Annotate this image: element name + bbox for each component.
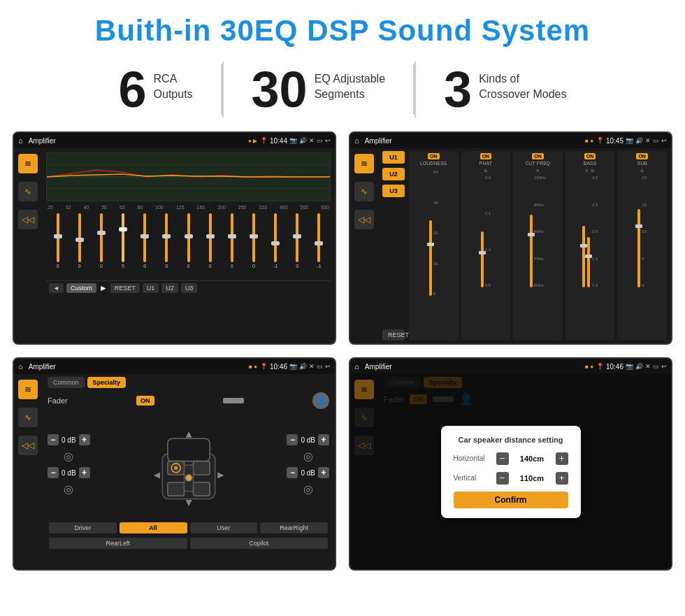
- close-icon-eq[interactable]: ✕: [309, 137, 315, 144]
- fader-rearright-btn[interactable]: RearRight: [260, 522, 328, 533]
- camera-icon-cross: 📷: [626, 137, 633, 144]
- loudness-on-badge[interactable]: ON: [428, 153, 440, 159]
- cross-sidebar-btn-1[interactable]: ≋: [354, 154, 374, 173]
- eq-u3-btn[interactable]: U3: [181, 283, 198, 293]
- dist-dialog: Car speaker distance setting Horizontal …: [441, 426, 581, 518]
- cross-u1-btn[interactable]: U1: [382, 151, 405, 164]
- eq-status-dots: ● ▶: [248, 138, 257, 144]
- cross-u2-btn[interactable]: U2: [382, 168, 405, 180]
- fader-topbar: ⌂ Amplifier ■ ● 📍 10:46 📷 🔊 ✕ ▭ ↩: [14, 359, 335, 374]
- fader-fr-minus[interactable]: −: [287, 434, 298, 445]
- fader-content: ≋ ∿ ◁◁ Common Specialty Fader ON 👤: [14, 374, 335, 569]
- fader-main: Common Specialty Fader ON 👤 − 0 dB: [42, 374, 335, 569]
- home-icon-cross[interactable]: ⌂: [354, 136, 359, 145]
- eq-slider-7[interactable]: 0: [178, 213, 199, 278]
- cross-topbar-icons: 📍 10:45 📷 🔊 ✕ ▭ ↩: [596, 137, 667, 145]
- fader-rr-minus[interactable]: −: [287, 467, 298, 478]
- eq-reset-btn[interactable]: RESET: [110, 283, 140, 293]
- close-icon-fader[interactable]: ✕: [309, 363, 315, 370]
- eq-slider-8[interactable]: 0: [200, 213, 220, 278]
- eq-custom-label: Custom: [66, 283, 96, 293]
- fader-sidebar-btn-1[interactable]: ≋: [18, 380, 38, 399]
- dist-horizontal-plus[interactable]: +: [556, 452, 568, 465]
- eq-u2-btn[interactable]: U2: [161, 283, 178, 293]
- cutfreq-on-badge[interactable]: ON: [532, 153, 544, 159]
- confirm-button[interactable]: Confirm: [454, 492, 568, 508]
- tab-common[interactable]: Common: [48, 377, 85, 388]
- camera-icon-dist: 📷: [626, 363, 633, 370]
- screen-eq: ⌂ Amplifier ● ▶ 📍 10:44 📷 🔊 ✕ ▭ ↩ ≋ ∿ ◁◁: [13, 131, 336, 345]
- svg-point-11: [174, 466, 177, 469]
- speaker-icon-dist: 🔊: [635, 363, 643, 370]
- fader-rl-plus[interactable]: +: [79, 467, 90, 478]
- dist-horizontal-label: Horizontal: [454, 454, 492, 462]
- dist-vertical-row: Vertical − 110cm +: [454, 472, 568, 485]
- fader-sidebar: ≋ ∿ ◁◁: [14, 374, 42, 569]
- eq-u1-btn[interactable]: U1: [143, 283, 159, 293]
- dist-horizontal-minus[interactable]: −: [496, 452, 509, 465]
- fader-user-btn[interactable]: User: [190, 522, 258, 533]
- speaker-fr-icon: ◎: [303, 450, 313, 463]
- back-icon-fader[interactable]: ↩: [325, 363, 331, 370]
- close-icon-cross[interactable]: ✕: [645, 137, 651, 144]
- speaker-icon-eq: 🔊: [299, 137, 307, 144]
- back-icon-cross[interactable]: ↩: [661, 137, 667, 144]
- eq-slider-11[interactable]: -1: [266, 213, 286, 278]
- stat-number-crossover: 3: [444, 64, 472, 115]
- fader-sidebar-btn-2[interactable]: ∿: [18, 408, 38, 427]
- eq-slider-2[interactable]: 0: [69, 213, 89, 278]
- back-icon-eq[interactable]: ↩: [325, 137, 331, 144]
- window-icon-dist: ▭: [653, 363, 659, 370]
- eq-slider-6[interactable]: 0: [157, 213, 177, 278]
- bass-on-badge[interactable]: ON: [584, 153, 596, 159]
- cross-u3-btn[interactable]: U3: [382, 185, 405, 197]
- dist-vertical-plus[interactable]: +: [556, 472, 568, 485]
- fader-driver-btn[interactable]: Driver: [49, 522, 117, 533]
- fader-rl-minus[interactable]: −: [48, 467, 59, 478]
- sub-on-badge[interactable]: ON: [636, 153, 648, 159]
- fader-fl-minus[interactable]: −: [48, 434, 59, 445]
- fader-car-area: − 0 dB + ◎ − 0 dB + ◎: [48, 413, 329, 517]
- eq-sidebar-btn-2[interactable]: ∿: [18, 182, 38, 201]
- home-icon-fader[interactable]: ⌂: [18, 362, 23, 371]
- dist-content: ≋ ∿ ◁◁ Common Specialty Fader ON 👤: [350, 374, 671, 569]
- eq-slider-12[interactable]: 0: [287, 213, 308, 278]
- cross-bass: ON BASS FG 3.02.52.01.51.0: [565, 151, 615, 341]
- eq-sidebar-btn-3[interactable]: ◁◁: [18, 210, 38, 229]
- fader-all-btn[interactable]: All: [120, 522, 187, 533]
- tab-specialty[interactable]: Specialty: [87, 377, 127, 388]
- home-icon[interactable]: ⌂: [18, 136, 23, 145]
- cross-sidebar: ≋ ∿ ◁◁: [350, 148, 378, 343]
- eq-slider-5[interactable]: 0: [135, 213, 155, 278]
- fader-copilot-btn[interactable]: Copilot: [190, 538, 329, 549]
- fader-sidebar-btn-3[interactable]: ◁◁: [18, 436, 38, 455]
- eq-slider-1[interactable]: 0: [48, 213, 68, 278]
- eq-sidebar: ≋ ∿ ◁◁: [14, 148, 42, 343]
- fader-fl-control: − 0 dB +: [48, 434, 90, 445]
- fader-fl-plus[interactable]: +: [79, 434, 90, 445]
- stat-eq: 30 EQ Adjustable Segments: [224, 64, 415, 115]
- eq-slider-4[interactable]: 5: [113, 213, 133, 278]
- screen-distance: ⌂ Amplifier ■ ● 📍 10:46 📷 🔊 ✕ ▭ ↩ ≋ ∿ ◁◁: [349, 357, 672, 571]
- phat-name: PHAT: [480, 161, 492, 166]
- eq-sidebar-btn-1[interactable]: ≋: [18, 154, 38, 173]
- close-icon-dist[interactable]: ✕: [645, 363, 651, 370]
- eq-slider-10[interactable]: 0: [243, 213, 264, 278]
- fader-on-btn[interactable]: ON: [136, 396, 154, 406]
- eq-slider-3[interactable]: 0: [91, 213, 111, 278]
- eq-slider-9[interactable]: 0: [222, 213, 242, 278]
- fader-fr-plus[interactable]: +: [318, 434, 329, 445]
- dist-vertical-minus[interactable]: −: [496, 472, 509, 485]
- eq-slider-13[interactable]: -1: [309, 213, 329, 278]
- back-icon-dist[interactable]: ↩: [661, 363, 667, 370]
- eq-prev-btn[interactable]: ◄: [49, 283, 64, 293]
- phat-on-badge[interactable]: ON: [480, 153, 492, 159]
- fader-rr-plus[interactable]: +: [318, 467, 329, 478]
- home-icon-dist[interactable]: ⌂: [354, 362, 359, 371]
- fader-rearleft-btn[interactable]: RearLeft: [49, 538, 187, 549]
- cross-reset-btn[interactable]: RESET: [382, 329, 405, 341]
- eq-play-btn[interactable]: ►: [99, 283, 108, 293]
- cutfreq-name: CUT FREQ: [526, 161, 551, 166]
- cross-sidebar-btn-3[interactable]: ◁◁: [354, 210, 374, 229]
- cross-sidebar-btn-2[interactable]: ∿: [354, 182, 374, 201]
